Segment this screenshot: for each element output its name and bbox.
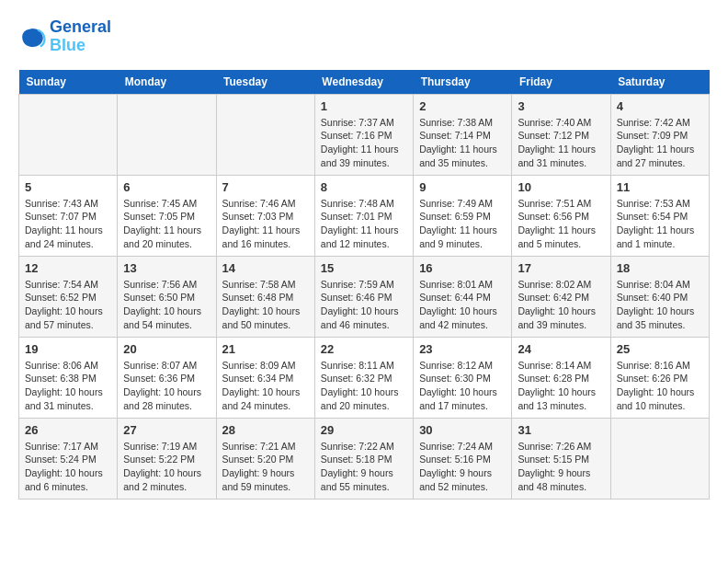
day-number: 11 bbox=[617, 180, 703, 194]
day-number: 20 bbox=[123, 342, 210, 356]
calendar-cell bbox=[118, 94, 216, 175]
day-number: 31 bbox=[518, 423, 604, 437]
day-info: Sunrise: 7:53 AM Sunset: 6:54 PM Dayligh… bbox=[617, 197, 703, 251]
calendar-cell: 14Sunrise: 7:58 AM Sunset: 6:48 PM Dayli… bbox=[216, 256, 314, 337]
day-number: 16 bbox=[419, 261, 506, 275]
calendar-cell: 24Sunrise: 8:14 AM Sunset: 6:28 PM Dayli… bbox=[512, 337, 610, 418]
calendar-cell: 8Sunrise: 7:48 AM Sunset: 7:01 PM Daylig… bbox=[314, 175, 413, 256]
calendar-cell: 29Sunrise: 7:22 AM Sunset: 5:18 PM Dayli… bbox=[314, 418, 413, 499]
day-number: 25 bbox=[617, 342, 703, 356]
day-number: 22 bbox=[321, 342, 407, 356]
day-number: 12 bbox=[25, 261, 111, 275]
day-info: Sunrise: 7:59 AM Sunset: 6:46 PM Dayligh… bbox=[321, 278, 407, 332]
day-info: Sunrise: 8:11 AM Sunset: 6:32 PM Dayligh… bbox=[321, 359, 407, 413]
day-info: Sunrise: 7:38 AM Sunset: 7:14 PM Dayligh… bbox=[419, 116, 506, 170]
calendar-cell: 12Sunrise: 7:54 AM Sunset: 6:52 PM Dayli… bbox=[19, 256, 118, 337]
calendar-cell: 28Sunrise: 7:21 AM Sunset: 5:20 PM Dayli… bbox=[216, 418, 314, 499]
calendar-cell: 10Sunrise: 7:51 AM Sunset: 6:56 PM Dayli… bbox=[512, 175, 610, 256]
calendar-cell: 1Sunrise: 7:37 AM Sunset: 7:16 PM Daylig… bbox=[314, 94, 413, 175]
calendar-cell: 18Sunrise: 8:04 AM Sunset: 6:40 PM Dayli… bbox=[610, 256, 709, 337]
calendar-cell: 19Sunrise: 8:06 AM Sunset: 6:38 PM Dayli… bbox=[19, 337, 118, 418]
logo: General Blue bbox=[18, 18, 111, 55]
calendar-cell: 2Sunrise: 7:38 AM Sunset: 7:14 PM Daylig… bbox=[414, 94, 512, 175]
day-info: Sunrise: 8:09 AM Sunset: 6:34 PM Dayligh… bbox=[222, 359, 309, 413]
calendar-cell: 7Sunrise: 7:46 AM Sunset: 7:03 PM Daylig… bbox=[216, 175, 314, 256]
calendar-cell: 13Sunrise: 7:56 AM Sunset: 6:50 PM Dayli… bbox=[118, 256, 216, 337]
calendar-cell: 17Sunrise: 8:02 AM Sunset: 6:42 PM Dayli… bbox=[512, 256, 610, 337]
day-number: 5 bbox=[25, 180, 111, 194]
day-info: Sunrise: 7:54 AM Sunset: 6:52 PM Dayligh… bbox=[25, 278, 111, 332]
day-number: 10 bbox=[518, 180, 604, 194]
calendar-week-row: 1Sunrise: 7:37 AM Sunset: 7:16 PM Daylig… bbox=[19, 94, 710, 175]
day-number: 28 bbox=[222, 423, 309, 437]
day-number: 19 bbox=[25, 342, 111, 356]
calendar-week-row: 19Sunrise: 8:06 AM Sunset: 6:38 PM Dayli… bbox=[19, 337, 710, 418]
day-info: Sunrise: 8:12 AM Sunset: 6:30 PM Dayligh… bbox=[419, 359, 506, 413]
calendar-week-row: 5Sunrise: 7:43 AM Sunset: 7:07 PM Daylig… bbox=[19, 175, 710, 256]
weekday-header-row: SundayMondayTuesdayWednesdayThursdayFrid… bbox=[19, 70, 710, 95]
weekday-header-monday: Monday bbox=[118, 70, 216, 95]
day-info: Sunrise: 7:46 AM Sunset: 7:03 PM Dayligh… bbox=[222, 197, 309, 251]
calendar-cell bbox=[610, 418, 709, 499]
day-number: 26 bbox=[25, 423, 111, 437]
calendar-cell: 9Sunrise: 7:49 AM Sunset: 6:59 PM Daylig… bbox=[414, 175, 512, 256]
calendar-week-row: 26Sunrise: 7:17 AM Sunset: 5:24 PM Dayli… bbox=[19, 418, 710, 499]
calendar-cell: 15Sunrise: 7:59 AM Sunset: 6:46 PM Dayli… bbox=[314, 256, 413, 337]
calendar-cell: 26Sunrise: 7:17 AM Sunset: 5:24 PM Dayli… bbox=[19, 418, 118, 499]
day-number: 3 bbox=[518, 99, 604, 113]
day-info: Sunrise: 7:40 AM Sunset: 7:12 PM Dayligh… bbox=[518, 116, 604, 170]
calendar-cell: 30Sunrise: 7:24 AM Sunset: 5:16 PM Dayli… bbox=[414, 418, 512, 499]
day-number: 13 bbox=[123, 261, 210, 275]
calendar-cell: 23Sunrise: 8:12 AM Sunset: 6:30 PM Dayli… bbox=[414, 337, 512, 418]
day-number: 30 bbox=[419, 423, 506, 437]
day-info: Sunrise: 7:43 AM Sunset: 7:07 PM Dayligh… bbox=[25, 197, 111, 251]
calendar-cell: 3Sunrise: 7:40 AM Sunset: 7:12 PM Daylig… bbox=[512, 94, 610, 175]
day-info: Sunrise: 8:02 AM Sunset: 6:42 PM Dayligh… bbox=[518, 278, 604, 332]
day-number: 9 bbox=[419, 180, 506, 194]
calendar-week-row: 12Sunrise: 7:54 AM Sunset: 6:52 PM Dayli… bbox=[19, 256, 710, 337]
calendar-cell bbox=[216, 94, 314, 175]
day-number: 7 bbox=[222, 180, 309, 194]
calendar-cell: 22Sunrise: 8:11 AM Sunset: 6:32 PM Dayli… bbox=[314, 337, 413, 418]
weekday-header-sunday: Sunday bbox=[19, 70, 118, 95]
day-info: Sunrise: 7:56 AM Sunset: 6:50 PM Dayligh… bbox=[123, 278, 210, 332]
calendar-cell: 4Sunrise: 7:42 AM Sunset: 7:09 PM Daylig… bbox=[610, 94, 709, 175]
calendar-cell bbox=[19, 94, 118, 175]
day-number: 17 bbox=[518, 261, 604, 275]
weekday-header-friday: Friday bbox=[512, 70, 610, 95]
day-info: Sunrise: 7:45 AM Sunset: 7:05 PM Dayligh… bbox=[123, 197, 210, 251]
day-info: Sunrise: 7:19 AM Sunset: 5:22 PM Dayligh… bbox=[123, 440, 210, 494]
day-number: 6 bbox=[123, 180, 210, 194]
calendar-cell: 16Sunrise: 8:01 AM Sunset: 6:44 PM Dayli… bbox=[414, 256, 512, 337]
calendar-cell: 25Sunrise: 8:16 AM Sunset: 6:26 PM Dayli… bbox=[610, 337, 709, 418]
calendar-cell: 11Sunrise: 7:53 AM Sunset: 6:54 PM Dayli… bbox=[610, 175, 709, 256]
day-number: 1 bbox=[321, 99, 407, 113]
day-number: 27 bbox=[123, 423, 210, 437]
logo-line1: General bbox=[50, 18, 111, 37]
weekday-header-saturday: Saturday bbox=[610, 70, 709, 95]
day-number: 15 bbox=[321, 261, 407, 275]
calendar-cell: 20Sunrise: 8:07 AM Sunset: 6:36 PM Dayli… bbox=[118, 337, 216, 418]
day-number: 18 bbox=[617, 261, 703, 275]
day-info: Sunrise: 8:06 AM Sunset: 6:38 PM Dayligh… bbox=[25, 359, 111, 413]
weekday-header-thursday: Thursday bbox=[414, 70, 512, 95]
day-number: 21 bbox=[222, 342, 309, 356]
day-number: 14 bbox=[222, 261, 309, 275]
page-header: General Blue bbox=[18, 18, 710, 55]
day-info: Sunrise: 7:17 AM Sunset: 5:24 PM Dayligh… bbox=[25, 440, 111, 494]
day-info: Sunrise: 7:58 AM Sunset: 6:48 PM Dayligh… bbox=[222, 278, 309, 332]
weekday-header-wednesday: Wednesday bbox=[314, 70, 413, 95]
day-info: Sunrise: 8:07 AM Sunset: 6:36 PM Dayligh… bbox=[123, 359, 210, 413]
calendar-cell: 27Sunrise: 7:19 AM Sunset: 5:22 PM Dayli… bbox=[118, 418, 216, 499]
day-info: Sunrise: 7:49 AM Sunset: 6:59 PM Dayligh… bbox=[419, 197, 506, 251]
logo-line2: Blue bbox=[50, 37, 111, 55]
day-info: Sunrise: 8:01 AM Sunset: 6:44 PM Dayligh… bbox=[419, 278, 506, 332]
day-info: Sunrise: 7:51 AM Sunset: 6:56 PM Dayligh… bbox=[518, 197, 604, 251]
day-info: Sunrise: 8:04 AM Sunset: 6:40 PM Dayligh… bbox=[617, 278, 703, 332]
day-info: Sunrise: 7:22 AM Sunset: 5:18 PM Dayligh… bbox=[321, 440, 407, 494]
day-number: 2 bbox=[419, 99, 506, 113]
day-info: Sunrise: 8:16 AM Sunset: 6:26 PM Dayligh… bbox=[617, 359, 703, 413]
day-number: 8 bbox=[321, 180, 407, 194]
day-info: Sunrise: 7:21 AM Sunset: 5:20 PM Dayligh… bbox=[222, 440, 309, 494]
day-info: Sunrise: 7:48 AM Sunset: 7:01 PM Dayligh… bbox=[321, 197, 407, 251]
